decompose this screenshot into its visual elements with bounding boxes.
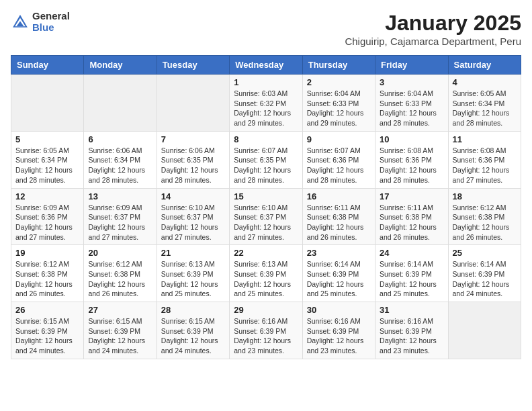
calendar-cell: 15Sunrise: 6:10 AMSunset: 6:37 PMDayligh… <box>230 188 302 245</box>
day-number: 8 <box>234 134 298 144</box>
day-number: 24 <box>380 248 443 258</box>
logo: General Blue <box>11 11 70 33</box>
calendar-cell: 8Sunrise: 6:07 AMSunset: 6:35 PMDaylight… <box>230 131 302 188</box>
day-info: Sunrise: 6:06 AMSunset: 6:34 PMDaylight:… <box>88 146 152 185</box>
day-number: 1 <box>234 77 298 87</box>
calendar-cell: 17Sunrise: 6:11 AMSunset: 6:38 PMDayligh… <box>375 188 448 245</box>
title-block: January 2025 Chiguirip, Cajamarca Depart… <box>345 11 521 47</box>
day-info: Sunrise: 6:12 AMSunset: 6:38 PMDaylight:… <box>15 259 79 299</box>
day-info: Sunrise: 6:12 AMSunset: 6:38 PMDaylight:… <box>453 203 517 242</box>
day-info: Sunrise: 6:03 AMSunset: 6:32 PMDaylight:… <box>234 89 298 128</box>
day-number: 29 <box>234 305 298 315</box>
day-info: Sunrise: 6:14 AMSunset: 6:39 PMDaylight:… <box>453 259 517 299</box>
calendar-cell <box>157 75 229 132</box>
day-number: 7 <box>161 134 225 144</box>
calendar-table: SundayMondayTuesdayWednesdayThursdayFrid… <box>11 55 521 359</box>
day-info: Sunrise: 6:13 AMSunset: 6:39 PMDaylight:… <box>161 259 225 299</box>
weekday-header-thursday: Thursday <box>302 56 375 75</box>
calendar-cell <box>11 75 84 132</box>
calendar-week-2: 5Sunrise: 6:05 AMSunset: 6:34 PMDaylight… <box>11 131 521 188</box>
weekday-header-friday: Friday <box>375 56 448 75</box>
day-number: 22 <box>234 248 298 258</box>
calendar-cell: 23Sunrise: 6:14 AMSunset: 6:39 PMDayligh… <box>302 245 375 302</box>
calendar-cell: 7Sunrise: 6:06 AMSunset: 6:35 PMDaylight… <box>157 131 229 188</box>
day-info: Sunrise: 6:08 AMSunset: 6:36 PMDaylight:… <box>453 146 517 185</box>
page-header: General Blue January 2025 Chiguirip, Caj… <box>11 11 521 47</box>
weekday-header-tuesday: Tuesday <box>157 56 229 75</box>
day-number: 9 <box>307 134 371 144</box>
day-number: 14 <box>161 191 225 201</box>
day-number: 13 <box>88 191 152 201</box>
day-number: 19 <box>15 248 79 258</box>
day-number: 23 <box>307 248 371 258</box>
day-info: Sunrise: 6:08 AMSunset: 6:36 PMDaylight:… <box>380 146 443 185</box>
weekday-header-row: SundayMondayTuesdayWednesdayThursdayFrid… <box>11 56 521 75</box>
calendar-cell: 4Sunrise: 6:05 AMSunset: 6:34 PMDaylight… <box>448 75 521 132</box>
calendar-cell: 16Sunrise: 6:11 AMSunset: 6:38 PMDayligh… <box>302 188 375 245</box>
day-info: Sunrise: 6:10 AMSunset: 6:37 PMDaylight:… <box>161 203 225 242</box>
calendar-cell: 25Sunrise: 6:14 AMSunset: 6:39 PMDayligh… <box>448 245 521 302</box>
day-info: Sunrise: 6:16 AMSunset: 6:39 PMDaylight:… <box>234 316 298 356</box>
day-info: Sunrise: 6:04 AMSunset: 6:33 PMDaylight:… <box>307 89 371 128</box>
day-number: 20 <box>88 248 152 258</box>
day-info: Sunrise: 6:05 AMSunset: 6:34 PMDaylight:… <box>15 146 79 185</box>
calendar-cell: 21Sunrise: 6:13 AMSunset: 6:39 PMDayligh… <box>157 245 229 302</box>
weekday-header-saturday: Saturday <box>448 56 521 75</box>
logo-blue-label: Blue <box>32 22 70 34</box>
calendar-cell: 24Sunrise: 6:14 AMSunset: 6:39 PMDayligh… <box>375 245 448 302</box>
day-number: 27 <box>88 305 152 315</box>
calendar-cell: 27Sunrise: 6:15 AMSunset: 6:39 PMDayligh… <box>84 302 157 359</box>
calendar-cell: 11Sunrise: 6:08 AMSunset: 6:36 PMDayligh… <box>448 131 521 188</box>
calendar-cell: 1Sunrise: 6:03 AMSunset: 6:32 PMDaylight… <box>230 75 302 132</box>
calendar-cell: 31Sunrise: 6:16 AMSunset: 6:39 PMDayligh… <box>375 302 448 359</box>
calendar-week-1: 1Sunrise: 6:03 AMSunset: 6:32 PMDaylight… <box>11 75 521 132</box>
weekday-header-wednesday: Wednesday <box>230 56 302 75</box>
calendar-cell: 10Sunrise: 6:08 AMSunset: 6:36 PMDayligh… <box>375 131 448 188</box>
day-number: 28 <box>161 305 225 315</box>
day-info: Sunrise: 6:12 AMSunset: 6:38 PMDaylight:… <box>88 259 152 299</box>
day-info: Sunrise: 6:15 AMSunset: 6:39 PMDaylight:… <box>88 316 152 356</box>
day-number: 16 <box>307 191 371 201</box>
day-info: Sunrise: 6:04 AMSunset: 6:33 PMDaylight:… <box>380 89 443 128</box>
calendar-cell: 18Sunrise: 6:12 AMSunset: 6:38 PMDayligh… <box>448 188 521 245</box>
calendar-week-5: 26Sunrise: 6:15 AMSunset: 6:39 PMDayligh… <box>11 302 521 359</box>
calendar-cell: 9Sunrise: 6:07 AMSunset: 6:36 PMDaylight… <box>302 131 375 188</box>
logo-general-label: General <box>32 11 70 22</box>
day-number: 3 <box>380 77 443 87</box>
logo-icon <box>11 13 30 32</box>
logo-text: General Blue <box>32 11 70 33</box>
day-number: 11 <box>453 134 517 144</box>
day-number: 6 <box>88 134 152 144</box>
calendar-week-3: 12Sunrise: 6:09 AMSunset: 6:36 PMDayligh… <box>11 188 521 245</box>
day-number: 30 <box>307 305 371 315</box>
day-number: 17 <box>380 191 443 201</box>
day-info: Sunrise: 6:07 AMSunset: 6:35 PMDaylight:… <box>234 146 298 185</box>
calendar-cell: 29Sunrise: 6:16 AMSunset: 6:39 PMDayligh… <box>230 302 302 359</box>
day-info: Sunrise: 6:13 AMSunset: 6:39 PMDaylight:… <box>234 259 298 299</box>
month-title: January 2025 <box>345 11 521 36</box>
day-info: Sunrise: 6:09 AMSunset: 6:36 PMDaylight:… <box>15 203 79 242</box>
calendar-cell: 5Sunrise: 6:05 AMSunset: 6:34 PMDaylight… <box>11 131 84 188</box>
calendar-cell <box>448 302 521 359</box>
day-info: Sunrise: 6:16 AMSunset: 6:39 PMDaylight:… <box>307 316 371 356</box>
day-number: 25 <box>453 248 517 258</box>
calendar-week-4: 19Sunrise: 6:12 AMSunset: 6:38 PMDayligh… <box>11 245 521 302</box>
day-info: Sunrise: 6:10 AMSunset: 6:37 PMDaylight:… <box>234 203 298 242</box>
day-number: 5 <box>15 134 79 144</box>
day-info: Sunrise: 6:15 AMSunset: 6:39 PMDaylight:… <box>15 316 79 356</box>
calendar-cell: 19Sunrise: 6:12 AMSunset: 6:38 PMDayligh… <box>11 245 84 302</box>
calendar-cell: 30Sunrise: 6:16 AMSunset: 6:39 PMDayligh… <box>302 302 375 359</box>
calendar-cell: 13Sunrise: 6:09 AMSunset: 6:37 PMDayligh… <box>84 188 157 245</box>
day-info: Sunrise: 6:11 AMSunset: 6:38 PMDaylight:… <box>380 203 443 242</box>
day-number: 4 <box>453 77 517 87</box>
day-info: Sunrise: 6:11 AMSunset: 6:38 PMDaylight:… <box>307 203 371 242</box>
calendar-cell: 20Sunrise: 6:12 AMSunset: 6:38 PMDayligh… <box>84 245 157 302</box>
calendar-cell: 14Sunrise: 6:10 AMSunset: 6:37 PMDayligh… <box>157 188 229 245</box>
weekday-header-sunday: Sunday <box>11 56 84 75</box>
calendar-cell: 28Sunrise: 6:15 AMSunset: 6:39 PMDayligh… <box>157 302 229 359</box>
day-number: 10 <box>380 134 443 144</box>
location-title: Chiguirip, Cajamarca Department, Peru <box>345 36 521 47</box>
day-info: Sunrise: 6:16 AMSunset: 6:39 PMDaylight:… <box>380 316 443 356</box>
calendar-cell: 26Sunrise: 6:15 AMSunset: 6:39 PMDayligh… <box>11 302 84 359</box>
day-number: 21 <box>161 248 225 258</box>
